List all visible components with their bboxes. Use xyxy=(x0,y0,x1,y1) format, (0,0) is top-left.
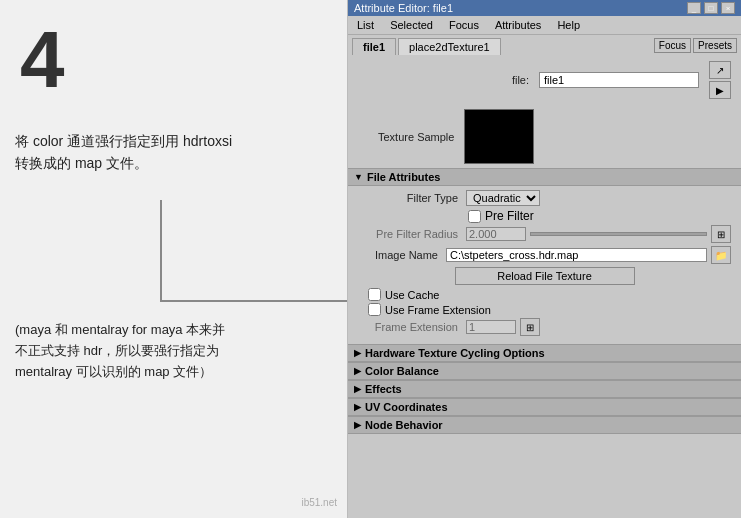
node-behavior-label: Node Behavior xyxy=(365,419,443,431)
tab-place2d[interactable]: place2dTexture1 xyxy=(398,38,501,55)
file-label: file: xyxy=(512,74,529,86)
frame-extension-row: Frame Extension ⊞ xyxy=(358,318,731,336)
file-input[interactable] xyxy=(539,72,699,88)
image-name-label: Image Name xyxy=(358,249,438,261)
texture-sample-box xyxy=(464,109,534,164)
editor-title: Attribute Editor: file1 xyxy=(354,2,453,14)
section-file-attributes[interactable]: ▼ File Attributes xyxy=(348,168,741,186)
presets-button[interactable]: Presets xyxy=(693,38,737,53)
section-color-balance[interactable]: ▶ Color Balance xyxy=(348,362,741,380)
collapse-triangle: ▼ xyxy=(354,172,363,182)
close-button[interactable]: × xyxy=(721,2,735,14)
use-cache-row: Use Cache xyxy=(368,288,731,301)
pre-filter-label: Pre Filter xyxy=(485,209,534,223)
pre-filter-checkbox[interactable] xyxy=(468,210,481,223)
use-cache-label: Use Cache xyxy=(385,289,439,301)
image-name-input[interactable] xyxy=(446,248,707,262)
section-uv-coordinates[interactable]: ▶ UV Coordinates xyxy=(348,398,741,416)
connector-v xyxy=(160,200,162,300)
minimize-button[interactable]: _ xyxy=(687,2,701,14)
step-text-2: (maya 和 mentalray for maya 本来并 不正式支持 hdr… xyxy=(15,320,225,382)
use-frame-checkbox[interactable] xyxy=(368,303,381,316)
menu-selected[interactable]: Selected xyxy=(387,18,436,32)
use-frame-label: Use Frame Extension xyxy=(385,304,491,316)
slider-track[interactable] xyxy=(530,232,707,236)
filter-type-select[interactable]: None Quadratic Box Triangle xyxy=(466,190,540,206)
menu-bar: List Selected Focus Attributes Help xyxy=(348,16,741,35)
use-frame-extension-row: Use Frame Extension xyxy=(368,303,731,316)
collapsible-sections: ▶ Hardware Texture Cycling Options ▶ Col… xyxy=(348,344,741,434)
image-name-row: Image Name 📁 xyxy=(358,246,731,264)
color-balance-triangle: ▶ xyxy=(354,366,361,376)
pre-filter-row: Pre Filter xyxy=(468,209,731,223)
maximize-button[interactable]: □ xyxy=(704,2,718,14)
filter-type-label: Filter Type xyxy=(358,192,458,204)
section-hardware-texture[interactable]: ▶ Hardware Texture Cycling Options xyxy=(348,344,741,362)
file-row: file: ↗ ▶ xyxy=(348,55,741,105)
effects-label: Effects xyxy=(365,383,402,395)
connector-h xyxy=(160,300,348,302)
texture-row: Texture Sample xyxy=(348,105,741,168)
focus-button[interactable]: Focus xyxy=(654,38,691,53)
image-name-browse-btn[interactable]: 📁 xyxy=(711,246,731,264)
uv-triangle: ▶ xyxy=(354,402,361,412)
section-node-behavior[interactable]: ▶ Node Behavior xyxy=(348,416,741,434)
reload-button[interactable]: Reload File Texture xyxy=(455,267,635,285)
section-effects[interactable]: ▶ Effects xyxy=(348,380,741,398)
menu-help[interactable]: Help xyxy=(554,18,583,32)
left-panel: 4 将 color 通道强行指定到用 hdrtoxsi 转换成的 map 文件。… xyxy=(0,0,348,518)
content-area: file: ↗ ▶ Texture Sample ▼ File Attribut… xyxy=(348,55,741,518)
hardware-texture-label: Hardware Texture Cycling Options xyxy=(365,347,545,359)
pre-filter-radius-input xyxy=(466,227,526,241)
file-attributes-content: Filter Type None Quadratic Box Triangle … xyxy=(348,186,741,342)
watermark: ib51.net xyxy=(301,497,337,508)
pre-filter-radius-label: Pre Filter Radius xyxy=(358,228,458,240)
file-attributes-label: File Attributes xyxy=(367,171,441,183)
hardware-triangle: ▶ xyxy=(354,348,361,358)
menu-focus[interactable]: Focus xyxy=(446,18,482,32)
frame-extension-label: Frame Extension xyxy=(358,321,458,333)
texture-sample-label: Texture Sample xyxy=(378,131,454,143)
file-icon-btn-2[interactable]: ▶ xyxy=(709,81,731,99)
use-cache-checkbox[interactable] xyxy=(368,288,381,301)
filter-type-row: Filter Type None Quadratic Box Triangle xyxy=(358,190,731,206)
step-text-line1: 将 color 通道强行指定到用 hdrtoxsi xyxy=(15,130,232,152)
tab-file1[interactable]: file1 xyxy=(352,38,396,55)
step-number: 4 xyxy=(20,20,65,100)
effects-triangle: ▶ xyxy=(354,384,361,394)
step-text-1: 将 color 通道强行指定到用 hdrtoxsi 转换成的 map 文件。 xyxy=(15,130,232,175)
frame-ext-options-btn[interactable]: ⊞ xyxy=(520,318,540,336)
menu-attributes[interactable]: Attributes xyxy=(492,18,544,32)
title-bar: Attribute Editor: file1 _ □ × xyxy=(348,0,741,16)
step-text-line2: 转换成的 map 文件。 xyxy=(15,152,232,174)
right-panel: Attribute Editor: file1 _ □ × List Selec… xyxy=(348,0,741,518)
frame-extension-input xyxy=(466,320,516,334)
title-bar-buttons: _ □ × xyxy=(687,2,735,14)
file-buttons: ↗ ▶ xyxy=(709,61,731,99)
color-balance-label: Color Balance xyxy=(365,365,439,377)
menu-list[interactable]: List xyxy=(354,18,377,32)
pre-filter-options-btn[interactable]: ⊞ xyxy=(711,225,731,243)
file-icon-btn-1[interactable]: ↗ xyxy=(709,61,731,79)
pre-filter-radius-row: Pre Filter Radius ⊞ xyxy=(358,225,731,243)
tabs-row: file1 place2dTexture1 Focus Presets xyxy=(348,35,741,55)
node-triangle: ▶ xyxy=(354,420,361,430)
uv-coordinates-label: UV Coordinates xyxy=(365,401,448,413)
